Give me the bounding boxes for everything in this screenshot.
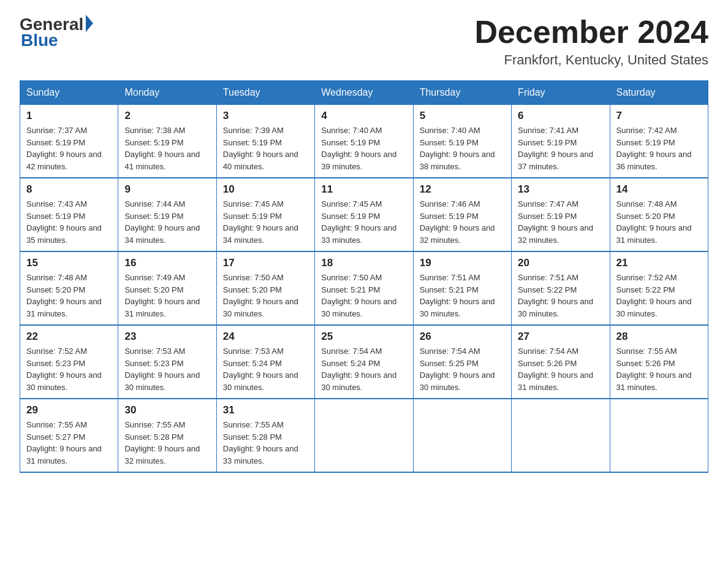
calendar-cell: 14 Sunrise: 7:48 AMSunset: 5:20 PMDaylig… [610, 178, 708, 251]
day-info: Sunrise: 7:51 AMSunset: 5:21 PMDaylight:… [420, 272, 505, 320]
day-number: 8 [26, 183, 112, 196]
day-number: 12 [420, 183, 505, 196]
day-number: 30 [124, 404, 210, 416]
day-number: 2 [124, 110, 210, 122]
day-number: 22 [26, 331, 112, 343]
calendar-cell [610, 399, 708, 472]
calendar-cell: 20 Sunrise: 7:51 AMSunset: 5:22 PMDaylig… [512, 251, 610, 325]
calendar-cell: 9 Sunrise: 7:44 AMSunset: 5:19 PMDayligh… [118, 178, 216, 251]
day-info: Sunrise: 7:52 AMSunset: 5:22 PMDaylight:… [616, 272, 702, 320]
day-info: Sunrise: 7:54 AMSunset: 5:26 PMDaylight:… [518, 345, 603, 393]
day-info: Sunrise: 7:40 AMSunset: 5:19 PMDaylight:… [420, 124, 505, 172]
calendar-header-thursday: Thursday [413, 81, 511, 105]
calendar-cell: 30 Sunrise: 7:55 AMSunset: 5:28 PMDaylig… [118, 399, 216, 472]
calendar-cell: 21 Sunrise: 7:52 AMSunset: 5:22 PMDaylig… [610, 251, 708, 325]
day-info: Sunrise: 7:50 AMSunset: 5:21 PMDaylight:… [321, 272, 406, 320]
day-info: Sunrise: 7:37 AMSunset: 5:19 PMDaylight:… [26, 124, 112, 172]
day-number: 14 [616, 183, 702, 196]
month-title: December 2024 [474, 15, 708, 50]
title-section: December 2024 Frankfort, Kentucky, Unite… [474, 15, 708, 68]
day-number: 27 [518, 331, 603, 343]
day-number: 9 [124, 183, 210, 196]
logo-triangle-icon [86, 15, 93, 32]
calendar-week-row: 1 Sunrise: 7:37 AMSunset: 5:19 PMDayligh… [20, 105, 708, 178]
day-info: Sunrise: 7:38 AMSunset: 5:19 PMDaylight:… [124, 124, 210, 172]
day-info: Sunrise: 7:54 AMSunset: 5:24 PMDaylight:… [321, 345, 406, 393]
day-number: 29 [26, 404, 112, 416]
page-header: General Blue December 2024 Frankfort, Ke… [20, 15, 708, 68]
day-number: 11 [321, 183, 406, 196]
day-info: Sunrise: 7:45 AMSunset: 5:19 PMDaylight:… [321, 198, 406, 246]
day-info: Sunrise: 7:55 AMSunset: 5:28 PMDaylight:… [223, 419, 308, 467]
day-number: 5 [420, 110, 505, 122]
day-info: Sunrise: 7:40 AMSunset: 5:19 PMDaylight:… [321, 124, 406, 172]
day-number: 28 [616, 331, 702, 343]
day-info: Sunrise: 7:41 AMSunset: 5:19 PMDaylight:… [518, 124, 603, 172]
day-info: Sunrise: 7:53 AMSunset: 5:24 PMDaylight:… [223, 345, 308, 393]
calendar-header-row: SundayMondayTuesdayWednesdayThursdayFrid… [20, 81, 708, 105]
calendar-cell: 16 Sunrise: 7:49 AMSunset: 5:20 PMDaylig… [118, 251, 216, 325]
day-info: Sunrise: 7:48 AMSunset: 5:20 PMDaylight:… [616, 198, 702, 246]
day-number: 21 [616, 257, 702, 269]
calendar-week-row: 15 Sunrise: 7:48 AMSunset: 5:20 PMDaylig… [20, 251, 708, 325]
day-info: Sunrise: 7:49 AMSunset: 5:20 PMDaylight:… [124, 272, 210, 320]
day-number: 18 [321, 257, 406, 269]
calendar-cell: 24 Sunrise: 7:53 AMSunset: 5:24 PMDaylig… [216, 325, 314, 399]
day-info: Sunrise: 7:48 AMSunset: 5:20 PMDaylight:… [26, 272, 112, 320]
calendar-cell: 23 Sunrise: 7:53 AMSunset: 5:23 PMDaylig… [118, 325, 216, 399]
calendar-cell: 3 Sunrise: 7:39 AMSunset: 5:19 PMDayligh… [216, 105, 314, 178]
calendar-header-monday: Monday [118, 81, 216, 105]
day-info: Sunrise: 7:42 AMSunset: 5:19 PMDaylight:… [616, 124, 702, 172]
day-number: 4 [321, 110, 406, 122]
day-number: 24 [223, 331, 308, 343]
calendar-cell [315, 399, 413, 472]
day-number: 19 [420, 257, 505, 269]
calendar-cell: 27 Sunrise: 7:54 AMSunset: 5:26 PMDaylig… [512, 325, 610, 399]
calendar-cell: 2 Sunrise: 7:38 AMSunset: 5:19 PMDayligh… [118, 105, 216, 178]
calendar-cell: 8 Sunrise: 7:43 AMSunset: 5:19 PMDayligh… [20, 178, 118, 251]
calendar-cell: 31 Sunrise: 7:55 AMSunset: 5:28 PMDaylig… [216, 399, 314, 472]
calendar-cell: 15 Sunrise: 7:48 AMSunset: 5:20 PMDaylig… [20, 251, 118, 325]
day-number: 23 [124, 331, 210, 343]
calendar-week-row: 22 Sunrise: 7:52 AMSunset: 5:23 PMDaylig… [20, 325, 708, 399]
day-info: Sunrise: 7:55 AMSunset: 5:28 PMDaylight:… [124, 419, 210, 467]
day-info: Sunrise: 7:54 AMSunset: 5:25 PMDaylight:… [420, 345, 505, 393]
calendar-cell [413, 399, 511, 472]
calendar-header-saturday: Saturday [610, 81, 708, 105]
day-number: 26 [420, 331, 505, 343]
calendar-cell: 28 Sunrise: 7:55 AMSunset: 5:26 PMDaylig… [610, 325, 708, 399]
day-number: 10 [223, 183, 308, 196]
day-info: Sunrise: 7:52 AMSunset: 5:23 PMDaylight:… [26, 345, 112, 393]
calendar-cell: 26 Sunrise: 7:54 AMSunset: 5:25 PMDaylig… [413, 325, 511, 399]
calendar-cell: 22 Sunrise: 7:52 AMSunset: 5:23 PMDaylig… [20, 325, 118, 399]
day-info: Sunrise: 7:39 AMSunset: 5:19 PMDaylight:… [223, 124, 308, 172]
calendar-week-row: 29 Sunrise: 7:55 AMSunset: 5:27 PMDaylig… [20, 399, 708, 472]
calendar-header-friday: Friday [512, 81, 610, 105]
calendar-cell: 17 Sunrise: 7:50 AMSunset: 5:20 PMDaylig… [216, 251, 314, 325]
calendar-cell: 4 Sunrise: 7:40 AMSunset: 5:19 PMDayligh… [315, 105, 413, 178]
day-number: 13 [518, 183, 603, 196]
day-number: 7 [616, 110, 702, 122]
calendar-cell: 1 Sunrise: 7:37 AMSunset: 5:19 PMDayligh… [20, 105, 118, 178]
day-info: Sunrise: 7:50 AMSunset: 5:20 PMDaylight:… [223, 272, 308, 320]
calendar-cell: 11 Sunrise: 7:45 AMSunset: 5:19 PMDaylig… [315, 178, 413, 251]
calendar-cell: 6 Sunrise: 7:41 AMSunset: 5:19 PMDayligh… [512, 105, 610, 178]
calendar-cell: 13 Sunrise: 7:47 AMSunset: 5:19 PMDaylig… [512, 178, 610, 251]
day-number: 6 [518, 110, 603, 122]
day-info: Sunrise: 7:55 AMSunset: 5:26 PMDaylight:… [616, 345, 702, 393]
day-info: Sunrise: 7:43 AMSunset: 5:19 PMDaylight:… [26, 198, 112, 246]
calendar-cell: 10 Sunrise: 7:45 AMSunset: 5:19 PMDaylig… [216, 178, 314, 251]
day-number: 20 [518, 257, 603, 269]
day-number: 16 [124, 257, 210, 269]
calendar-cell: 29 Sunrise: 7:55 AMSunset: 5:27 PMDaylig… [20, 399, 118, 472]
calendar-header-sunday: Sunday [20, 81, 118, 105]
logo-blue-text: Blue [21, 31, 58, 50]
calendar-header-wednesday: Wednesday [315, 81, 413, 105]
day-info: Sunrise: 7:55 AMSunset: 5:27 PMDaylight:… [26, 419, 112, 467]
day-number: 25 [321, 331, 406, 343]
day-info: Sunrise: 7:47 AMSunset: 5:19 PMDaylight:… [518, 198, 603, 246]
calendar-header-tuesday: Tuesday [216, 81, 314, 105]
day-number: 3 [223, 110, 308, 122]
day-info: Sunrise: 7:51 AMSunset: 5:22 PMDaylight:… [518, 272, 603, 320]
calendar-cell: 18 Sunrise: 7:50 AMSunset: 5:21 PMDaylig… [315, 251, 413, 325]
